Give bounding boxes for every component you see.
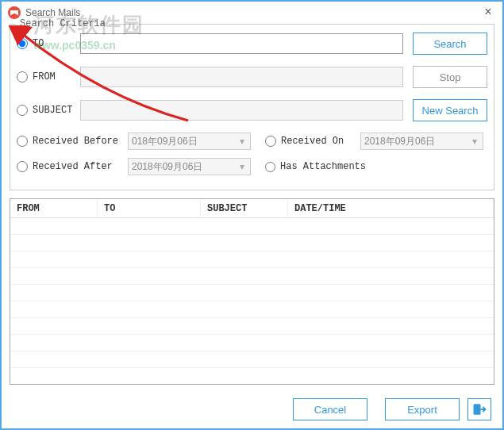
received-on-label: Received On xyxy=(281,136,344,147)
subject-label: SUBJECT xyxy=(33,105,72,116)
table-row xyxy=(10,251,494,268)
date-row-1: Received Before 018年09月06日 ▾ Received On… xyxy=(17,132,487,150)
received-on-radio[interactable] xyxy=(265,136,276,147)
table-row xyxy=(10,268,494,285)
column-from[interactable]: FROM xyxy=(10,199,98,217)
received-before-date-picker[interactable]: 018年09月06日 ▾ xyxy=(128,132,251,150)
date-dropdown-icon: ▾ xyxy=(468,136,481,147)
table-row xyxy=(10,351,494,368)
date-dropdown-icon: ▾ xyxy=(236,136,248,147)
received-before-value: 018年09月06日 xyxy=(132,135,198,148)
table-row xyxy=(10,235,494,251)
date-dropdown-icon: ▾ xyxy=(236,161,248,172)
column-subject[interactable]: SUBJECT xyxy=(201,199,288,217)
received-before-radio[interactable] xyxy=(17,136,28,147)
to-row: TO Search xyxy=(17,33,487,55)
search-button[interactable]: Search xyxy=(413,33,487,55)
received-before-radio-label[interactable]: Received Before xyxy=(17,136,120,147)
received-on-radio-label[interactable]: Received On xyxy=(265,136,352,147)
has-attachments-radio[interactable] xyxy=(265,162,275,172)
received-after-value: 2018年09月06日 xyxy=(132,160,202,174)
column-to[interactable]: TO xyxy=(98,199,201,217)
date-row-2: Received After 2018年09月06日 ▾ Has Attachm… xyxy=(17,158,487,175)
from-row: FROM Stop xyxy=(17,66,487,88)
to-radio[interactable] xyxy=(17,38,28,49)
window-title: Search Mails xyxy=(25,7,80,18)
results-table: FROM TO SUBJECT DATE/TIME xyxy=(10,198,494,385)
to-radio-label[interactable]: TO xyxy=(17,38,80,49)
received-on-value: 2018年09月06日 xyxy=(364,135,435,148)
table-row xyxy=(10,285,494,301)
app-icon xyxy=(8,6,21,19)
stop-button[interactable]: Stop xyxy=(413,66,487,88)
svg-rect-0 xyxy=(474,405,480,414)
table-row xyxy=(10,318,494,335)
from-label: FROM xyxy=(33,71,56,83)
has-attachments-label-wrap[interactable]: Has Attachments xyxy=(265,161,366,172)
results-body xyxy=(10,218,494,368)
received-after-radio[interactable] xyxy=(17,161,28,172)
from-radio-label[interactable]: FROM xyxy=(17,71,80,83)
close-icon[interactable]: × xyxy=(480,5,496,21)
search-criteria-group: Search Criteria TO Search FROM Stop SUBJ… xyxy=(10,24,494,190)
subject-row: SUBJECT New Search xyxy=(17,99,487,121)
received-after-radio-label[interactable]: Received After xyxy=(17,161,120,172)
received-on-date-picker[interactable]: 2018年09月06日 ▾ xyxy=(360,132,483,150)
to-input[interactable] xyxy=(80,33,403,54)
has-attachments-label: Has Attachments xyxy=(280,161,366,172)
subject-radio[interactable] xyxy=(17,105,28,116)
new-search-button[interactable]: New Search xyxy=(413,99,487,121)
footer-buttons: Cancel Export xyxy=(283,398,491,420)
to-label: TO xyxy=(33,38,44,49)
export-button[interactable]: Export xyxy=(385,398,460,420)
from-input[interactable] xyxy=(80,67,403,87)
from-radio[interactable] xyxy=(17,71,28,83)
received-before-label: Received Before xyxy=(33,136,118,147)
table-row xyxy=(10,218,494,235)
table-row xyxy=(10,301,494,318)
subject-radio-label[interactable]: SUBJECT xyxy=(17,105,80,116)
export-action-icon[interactable] xyxy=(467,398,491,420)
results-header: FROM TO SUBJECT DATE/TIME xyxy=(10,199,494,218)
criteria-legend: Search Criteria xyxy=(17,18,109,29)
table-row xyxy=(10,335,494,351)
subject-input[interactable] xyxy=(80,100,403,121)
column-datetime[interactable]: DATE/TIME xyxy=(288,199,494,217)
received-after-date-picker[interactable]: 2018年09月06日 ▾ xyxy=(128,158,251,175)
received-after-label: Received After xyxy=(33,161,113,172)
cancel-button[interactable]: Cancel xyxy=(293,398,367,420)
